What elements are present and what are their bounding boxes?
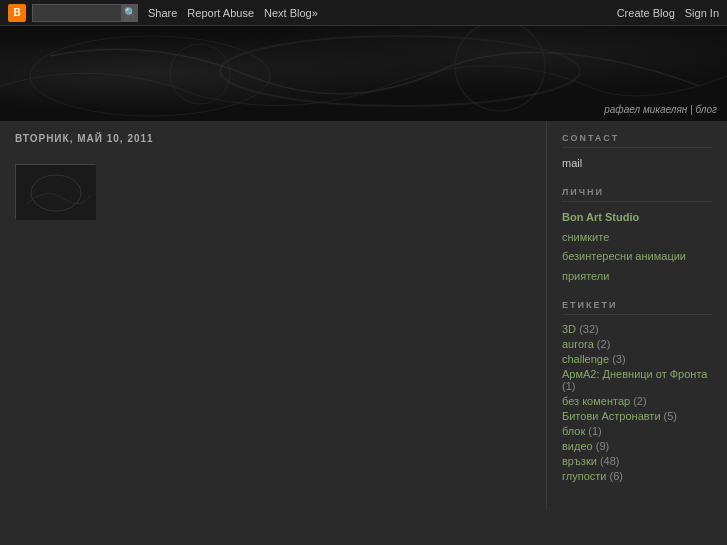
blogger-logo: B — [8, 4, 26, 22]
search-form: 🔍 — [32, 4, 138, 22]
banner-credit: рафаел микаелян | блог — [604, 104, 717, 115]
sidebar: CONTACT mail ЛИЧНИ Bon Art Studio снимки… — [547, 121, 727, 510]
banner: рафаел микаелян | блог — [0, 26, 727, 121]
bezinteresni-link[interactable]: безинтересни анимации — [562, 249, 712, 264]
svg-rect-8 — [16, 165, 96, 220]
report-abuse-link[interactable]: Report Abuse — [187, 7, 254, 19]
priyateli-link[interactable]: приятели — [562, 269, 712, 284]
tag-bez-komentar[interactable]: без коментар (2) — [562, 395, 712, 407]
create-blog-link[interactable]: Create Blog — [617, 7, 675, 19]
tag-3d[interactable]: 3D (32) — [562, 323, 712, 335]
sign-in-link[interactable]: Sign In — [685, 7, 719, 19]
date-header: ВТОРНИК, МАЙ 10, 2011 — [15, 133, 531, 144]
banner-image: рафаел микаелян | блог — [0, 26, 727, 121]
personal-section-title: ЛИЧНИ — [562, 187, 712, 202]
tag-blok[interactable]: блок (1) — [562, 425, 712, 437]
content-area: ВТОРНИК, МАЙ 10, 2011 — [0, 121, 547, 510]
tag-gluposti[interactable]: глупости (6) — [562, 470, 712, 482]
thumb-svg — [16, 165, 96, 220]
next-blog-link[interactable]: Next Blog» — [264, 7, 318, 19]
tag-video[interactable]: видео (9) — [562, 440, 712, 452]
contact-section: CONTACT mail — [562, 133, 712, 171]
top-navbar: B 🔍 Share Report Abuse Next Blog» Create… — [0, 0, 727, 26]
thumbnail-image — [15, 164, 95, 219]
share-link[interactable]: Share — [148, 7, 177, 19]
tag-vrazki[interactable]: връзки (48) — [562, 455, 712, 467]
thumbnail-area — [15, 164, 531, 219]
tag-bitovi[interactable]: Битови Астронавти (5) — [562, 410, 712, 422]
contact-section-title: CONTACT — [562, 133, 712, 148]
blogger-logo-text: B — [13, 7, 20, 18]
search-input[interactable] — [32, 4, 122, 22]
main-layout: ВТОРНИК, МАЙ 10, 2011 CONTACT mail ЛИЧНИ… — [0, 121, 727, 510]
tags-section: ЕТИКЕТИ 3D (32) aurora (2) challenge (3)… — [562, 300, 712, 482]
contact-mail-link[interactable]: mail — [562, 156, 712, 171]
tags-section-title: ЕТИКЕТИ — [562, 300, 712, 315]
tag-arma2[interactable]: АрмА2: Дневници от Фронта (1) — [562, 368, 712, 392]
tag-aurora[interactable]: aurora (2) — [562, 338, 712, 350]
snimkite-link[interactable]: снимките — [562, 230, 712, 245]
search-button[interactable]: 🔍 — [122, 4, 138, 22]
bon-art-studio-link[interactable]: Bon Art Studio — [562, 210, 712, 225]
nav-links: Share Report Abuse Next Blog» — [148, 7, 318, 19]
nav-right: Create Blog Sign In — [617, 7, 719, 19]
personal-section: ЛИЧНИ Bon Art Studio снимките безинтерес… — [562, 187, 712, 284]
tag-challenge[interactable]: challenge (3) — [562, 353, 712, 365]
